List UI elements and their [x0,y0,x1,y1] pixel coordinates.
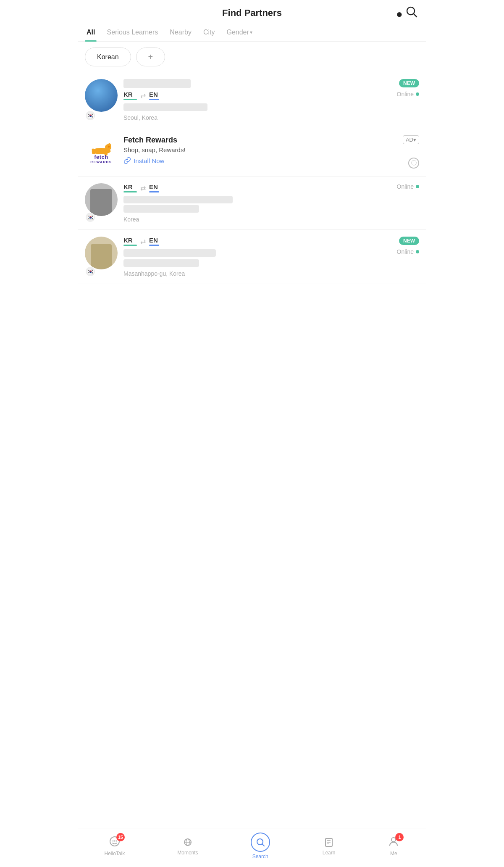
online-dot-2 [416,185,419,188]
fetch-wordmark: fetch [94,154,108,160]
fetch-dog-icon [89,140,114,155]
card-top-right-3: NEW Online [386,237,419,277]
user-info: KR ⇄ EN Seoul, Korea [123,79,380,121]
bio-blur-2b [123,205,199,213]
learning-lang-bar [149,99,159,100]
native-lang-wrap-3: KR [123,237,137,246]
language-pill-korean[interactable]: Korean [85,47,131,66]
native-lang-wrap-2: KR [123,183,137,192]
name-blur [123,79,191,88]
learning-lang-code-2: EN [149,183,159,190]
user-location-3: Masanhappo-gu, Korea [123,270,380,277]
exchange-icon-2: ⇄ [140,184,146,192]
online-label-2: Online [397,183,414,190]
user-location: Seoul, Korea [123,114,380,121]
card-top-right: NEW Online [386,79,419,121]
online-label-3: Online [397,248,414,255]
native-lang-bar [123,99,137,100]
ad-logo: fetch REWARDS [85,136,118,169]
native-lang-code: KR [123,91,137,98]
svg-point-8 [92,149,94,151]
avatar-figure-3 [91,244,112,269]
online-dot [416,92,419,96]
native-lang-bar-3 [123,245,137,246]
tab-city[interactable]: City [202,24,217,41]
online-status: Online [397,91,419,98]
lang-pair-3: KR ⇄ EN [123,237,380,246]
info-circle-icon[interactable]: ⓘ [408,158,419,169]
learning-lang-code: EN [149,91,159,98]
learning-lang-bar-3 [149,245,159,246]
link-icon [123,157,131,164]
tab-all[interactable]: All [85,24,97,41]
bio-blur-2a [123,196,233,203]
avatar-figure-2 [90,189,112,216]
user-card[interactable]: 🇰🇷 KR ⇄ EN Seoul, Korea NEW Online [78,72,426,128]
tab-gender[interactable]: Gender [225,24,254,41]
new-badge: NEW [399,79,419,87]
ad-install-link[interactable]: Install Now [123,157,419,164]
add-language-button[interactable]: + [136,47,165,66]
learning-lang-code-3: EN [149,237,159,244]
user-card-2[interactable]: 🇰🇷 KR ⇄ EN Korea Online [78,177,426,230]
card-top-right-2: Online [386,183,419,223]
header: Find Partners ● [78,0,426,24]
ad-title: Fetch Rewards [123,136,419,145]
ad-badge-wrap: AD▾ [403,136,419,143]
ad-description: Shop, snap, Rewards! [123,146,419,153]
ad-label: AD▾ [403,135,419,144]
search-icon[interactable]: ● [396,6,417,21]
online-status-2: Online [397,183,419,190]
rewards-wordmark: REWARDS [90,160,112,164]
language-filter-bar: Korean + [78,42,426,72]
avatar-3 [85,237,118,269]
online-dot-3 [416,250,419,253]
tab-bar: All Serious Learners Nearby City Gender [78,24,426,42]
bio-blur [123,103,207,111]
ad-card: fetch REWARDS Fetch Rewards Shop, snap, … [78,128,426,177]
svg-line-1 [414,14,417,17]
tab-nearby[interactable]: Nearby [168,24,193,41]
user-info-2: KR ⇄ EN Korea [123,183,380,223]
avatar-2 [85,183,118,216]
bio-blur-3a [123,249,216,257]
native-lang-code-3: KR [123,237,137,244]
online-status-3: Online [397,248,419,255]
avatar-wrap-2: 🇰🇷 [85,183,118,223]
flag-badge-2: 🇰🇷 [86,213,95,222]
new-badge-3: NEW [399,237,419,245]
page-title: Find Partners [222,8,282,18]
ad-info: Fetch Rewards Shop, snap, Rewards! Insta… [123,136,419,164]
native-lang-bar-2 [123,191,137,192]
install-now-label[interactable]: Install Now [134,157,164,164]
bio-blur-3b [123,259,199,267]
avatar [85,79,118,112]
avatar-wrap: 🇰🇷 [85,79,118,121]
user-card-3[interactable]: 🇰🇷 KR ⇄ EN Masanhappo-gu, Korea NEW O [78,230,426,284]
svg-point-5 [108,146,110,148]
flag-badge-3: 🇰🇷 [86,267,95,276]
flag-badge: 🇰🇷 [86,111,95,120]
native-lang-code-2: KR [123,183,137,190]
lang-pair: KR ⇄ EN [123,91,380,100]
learning-lang-wrap: EN [149,91,159,100]
user-location-2: Korea [123,216,380,223]
lang-pair-2: KR ⇄ EN [123,183,380,192]
exchange-icon-3: ⇄ [140,237,146,245]
learning-lang-bar-2 [149,191,159,192]
learning-lang-wrap-2: EN [149,183,159,192]
avatar-wrap-3: 🇰🇷 [85,237,118,277]
native-lang-wrap: KR [123,91,137,100]
online-label: Online [397,91,414,98]
tab-serious-learners[interactable]: Serious Learners [105,24,160,41]
learning-lang-wrap-3: EN [149,237,159,246]
exchange-icon: ⇄ [140,92,146,100]
user-info-3: KR ⇄ EN Masanhappo-gu, Korea [123,237,380,277]
